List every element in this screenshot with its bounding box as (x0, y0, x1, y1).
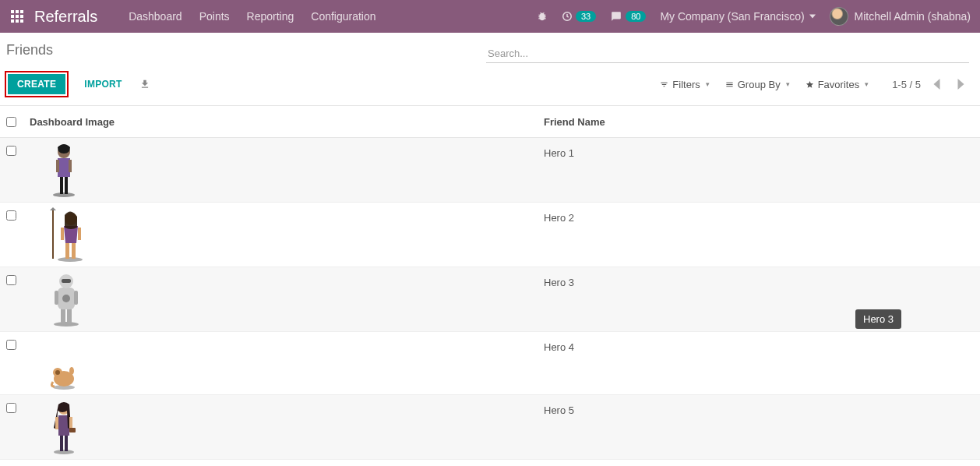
filters-dropdown[interactable]: Filters ▾ (655, 76, 714, 94)
svg-point-36 (69, 367, 74, 375)
friend-name-cell: Hero 4 (538, 332, 980, 395)
chevron-down-icon: ▾ (865, 80, 869, 88)
row-checkbox[interactable] (6, 340, 16, 350)
svg-rect-12 (65, 175, 68, 194)
svg-rect-18 (65, 242, 69, 259)
chevron-down-icon: ▾ (786, 80, 790, 88)
export-icon[interactable] (133, 76, 157, 93)
row-checkbox[interactable] (6, 146, 16, 156)
activities-count: 33 (576, 11, 596, 22)
create-highlight: CREATE (5, 71, 69, 97)
svg-rect-19 (72, 242, 76, 259)
group-by-label: Group By (738, 79, 781, 90)
svg-rect-1 (16, 10, 19, 13)
import-button[interactable]: IMPORT (78, 74, 128, 94)
nav-dashboard[interactable]: Dashboard (129, 10, 182, 23)
svg-point-16 (58, 257, 83, 262)
dashboard-image-cell (23, 203, 538, 267)
nav-reporting[interactable]: Reporting (247, 10, 294, 23)
svg-rect-30 (55, 291, 58, 305)
debug-icon[interactable] (537, 11, 548, 22)
svg-rect-22 (78, 228, 81, 240)
search-input[interactable] (486, 44, 969, 62)
svg-rect-43 (69, 428, 76, 432)
svg-rect-21 (61, 228, 64, 240)
svg-point-35 (55, 370, 60, 375)
friend-name-cell: Hero 1 (538, 138, 980, 203)
nav-points[interactable]: Points (199, 10, 230, 23)
user-name: Mitchell Admin (shabna) (855, 10, 971, 23)
control-panel: Friends CREATE IMPORT Filters ▾ Group By… (0, 33, 980, 106)
col-dashboard-image[interactable]: Dashboard Image (23, 106, 538, 138)
hero-image (48, 143, 79, 197)
company-switcher[interactable]: My Company (San Francisco) (660, 10, 815, 23)
hero-image (48, 207, 87, 262)
dashboard-image-cell (23, 267, 538, 332)
svg-rect-11 (60, 175, 63, 194)
breadcrumb: Friends (5, 39, 53, 63)
col-friend-name[interactable]: Friend Name (538, 106, 980, 138)
svg-point-10 (53, 192, 75, 197)
svg-rect-0 (11, 10, 14, 13)
chevron-left-icon (933, 79, 940, 90)
svg-rect-4 (16, 15, 19, 18)
table-row[interactable]: Hero 1 (0, 138, 980, 203)
svg-rect-39 (65, 434, 68, 451)
pager-prev[interactable] (929, 77, 945, 91)
svg-rect-8 (20, 19, 23, 23)
friend-name-cell: Hero 5 (538, 395, 980, 460)
avatar (830, 7, 848, 26)
svg-rect-41 (55, 417, 58, 429)
row-checkbox[interactable] (6, 403, 16, 413)
table-row[interactable]: Hero 5 (0, 395, 980, 460)
create-button[interactable]: CREATE (8, 74, 65, 94)
nav-links: Dashboard Points Reporting Configuration (129, 10, 375, 23)
app-title[interactable]: Referrals (34, 8, 97, 26)
friend-name-cell: Hero 2 (538, 203, 980, 267)
svg-rect-31 (74, 291, 78, 305)
svg-rect-15 (69, 160, 72, 172)
user-menu[interactable]: Mitchell Admin (shabna) (830, 7, 971, 26)
apps-icon[interactable] (0, 10, 34, 23)
pager-text[interactable]: 1-5 / 5 (892, 79, 921, 90)
table-row[interactable]: Hero 4 (0, 332, 980, 395)
svg-rect-25 (67, 308, 72, 323)
list-icon (725, 80, 734, 89)
nav-configuration[interactable]: Configuration (311, 10, 375, 23)
table-row[interactable]: Hero 3 (0, 267, 980, 332)
row-checkbox[interactable] (6, 210, 16, 221)
activities-indicator[interactable]: 33 (562, 11, 596, 22)
company-name: My Company (San Francisco) (660, 10, 804, 23)
select-all-checkbox[interactable] (6, 117, 16, 127)
table-row[interactable]: Hero 2 (0, 203, 980, 267)
filters-label: Filters (672, 79, 700, 90)
chevron-right-icon (957, 79, 964, 90)
svg-rect-3 (11, 15, 14, 18)
messages-count: 80 (626, 11, 646, 22)
svg-rect-38 (60, 434, 63, 451)
navbar: Referrals Dashboard Points Reporting Con… (0, 0, 980, 33)
hero-image (48, 358, 79, 390)
svg-rect-24 (61, 308, 65, 323)
dashboard-image-cell (23, 138, 538, 203)
svg-rect-29 (62, 279, 71, 283)
hero-image (48, 272, 84, 327)
svg-rect-7 (16, 19, 19, 23)
favorites-label: Favorites (818, 79, 859, 90)
group-by-dropdown[interactable]: Group By ▾ (721, 76, 795, 94)
svg-rect-14 (56, 160, 59, 172)
friends-table: Dashboard Image Friend Name Hero 1 (0, 106, 980, 460)
row-checkbox[interactable] (6, 275, 16, 285)
svg-rect-5 (20, 15, 23, 18)
favorites-dropdown[interactable]: Favorites ▾ (801, 76, 873, 94)
friend-name-cell: Hero 3 (538, 267, 980, 332)
row-tooltip: Hero 3 (855, 309, 901, 329)
svg-point-37 (54, 450, 74, 454)
svg-rect-42 (69, 417, 72, 429)
svg-rect-2 (20, 10, 23, 13)
pager-next[interactable] (953, 77, 969, 91)
messages-indicator[interactable]: 80 (610, 11, 646, 22)
chevron-down-icon (809, 13, 816, 19)
svg-point-23 (54, 322, 79, 327)
dashboard-image-cell (23, 395, 538, 460)
